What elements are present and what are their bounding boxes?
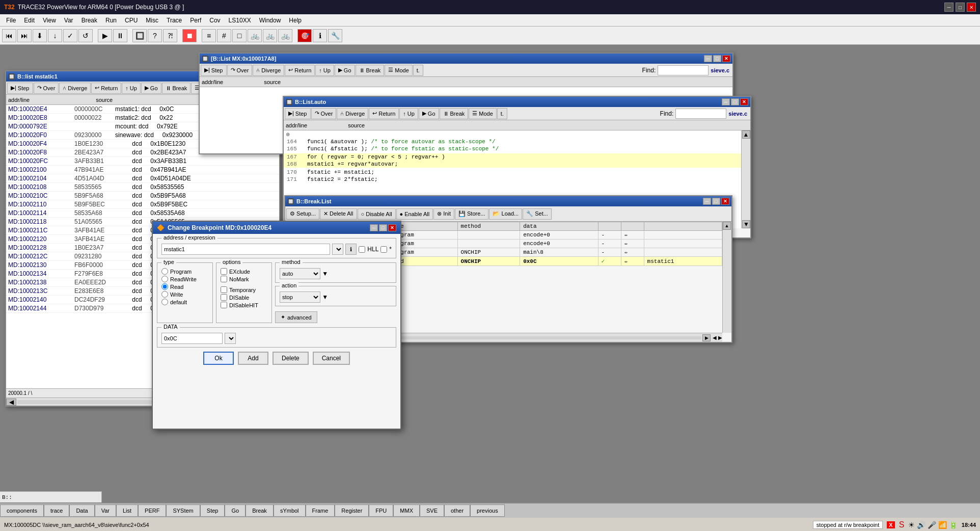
menu-edit[interactable]: Edit	[20, 16, 39, 25]
tab-go[interactable]: Go	[225, 505, 246, 517]
win-breaklist-maximize[interactable]: □	[712, 198, 720, 205]
bl-setup-btn[interactable]: ⚙ Setup...	[286, 208, 319, 220]
tb-break[interactable]: ⏸	[113, 29, 127, 42]
win-breaklist-minimize[interactable]: ─	[703, 198, 711, 205]
mstatic-break-btn[interactable]: ⏸ Break	[162, 83, 191, 94]
tab-trace[interactable]: trace	[44, 505, 69, 517]
advanced-button[interactable]: ✦ advanced	[275, 311, 317, 323]
menu-cov[interactable]: Cov	[205, 16, 224, 25]
dialog-maximize[interactable]: □	[379, 224, 387, 231]
blistmx-return-btn[interactable]: ↩ Return	[285, 65, 315, 76]
method-select[interactable]: auto ONCHIP software	[280, 268, 320, 279]
tb-info[interactable]: ℹ	[313, 29, 327, 42]
row-edit[interactable]: ✏	[621, 248, 644, 257]
tab-fpu[interactable]: FPU	[369, 505, 393, 517]
address-input[interactable]	[161, 244, 330, 255]
menu-window[interactable]: Window	[255, 16, 285, 25]
tb-target[interactable]: 🎯	[297, 29, 312, 42]
menu-file[interactable]: File	[2, 16, 20, 25]
blistmx-break-btn[interactable]: ⏸ Break	[356, 65, 385, 76]
win-blist-auto-close[interactable]: ✕	[740, 98, 748, 105]
tab-frame[interactable]: Frame	[306, 505, 335, 517]
bl-disable-all-btn[interactable]: ○ Disable All	[358, 208, 396, 220]
tb-list[interactable]: ≡	[202, 29, 216, 42]
opt-nomark[interactable]	[221, 276, 227, 282]
blistmx-up-btn[interactable]: ↑ Up	[315, 65, 334, 76]
mstatic-diverge-btn[interactable]: ⑃ Diverge	[59, 83, 91, 94]
win-blist-mx-close[interactable]: ✕	[722, 55, 730, 62]
close-btn[interactable]: ✕	[967, 3, 976, 12]
blistauto-break-btn[interactable]: ⏸ Break	[440, 108, 469, 119]
type-program-radio[interactable]	[161, 268, 168, 275]
mstatic-return-btn[interactable]: ↩ Return	[91, 83, 121, 94]
delete-button[interactable]: Delete	[273, 352, 309, 365]
tab-data[interactable]: Data	[69, 505, 94, 517]
menu-break[interactable]: Break	[77, 16, 101, 25]
type-default-radio[interactable]	[161, 299, 168, 305]
tab-symbol[interactable]: sYmbol	[274, 505, 306, 517]
vscroll-up[interactable]: ▲	[742, 130, 750, 139]
tab-system[interactable]: SYStem	[166, 505, 200, 517]
win-blist-mx-minimize[interactable]: ─	[704, 55, 712, 62]
tb-settings[interactable]: 🔧	[328, 29, 342, 42]
row-edit[interactable]: ✏	[621, 231, 644, 240]
tb-bike1[interactable]: 🚲	[248, 29, 262, 42]
blistauto-vscroll[interactable]: ▲ ▼	[741, 130, 750, 228]
ok-button[interactable]: Ok	[203, 352, 234, 365]
win-breaklist-close[interactable]: ✕	[721, 198, 729, 205]
row-edit[interactable]: ✏	[621, 257, 644, 266]
bl-set-btn[interactable]: 🔧 Set...	[523, 208, 552, 220]
menu-trace[interactable]: Trace	[162, 16, 186, 25]
menu-run[interactable]: Run	[101, 16, 121, 25]
blistmx-find-input[interactable]	[658, 65, 709, 75]
blistauto-mode-btn[interactable]: ☰ Mode	[469, 108, 497, 119]
type-read-radio[interactable]	[161, 283, 168, 290]
mstatic-step-btn[interactable]: ▶| Step	[7, 83, 33, 94]
blistmx-go-btn[interactable]: ▶ Go	[335, 65, 355, 76]
cancel-button[interactable]: Cancel	[313, 352, 350, 365]
menu-cpu[interactable]: CPU	[121, 16, 142, 25]
mstatic-go-btn[interactable]: ▶ Go	[141, 83, 161, 94]
blistauto-up-btn[interactable]: ↑ Up	[399, 108, 418, 119]
tb-bike2[interactable]: 🚲	[263, 29, 277, 42]
bl-delete-all-btn[interactable]: ✕ Delete All	[320, 208, 357, 220]
blistauto-step-btn[interactable]: ▶| Step	[285, 108, 311, 119]
tb-step-over[interactable]: ↓	[48, 29, 62, 42]
blistmx-mode-btn[interactable]: ☰ Mode	[385, 65, 413, 76]
minimize-btn[interactable]: ─	[944, 3, 954, 12]
info-button[interactable]: ℹ	[345, 244, 357, 255]
opt-temporary[interactable]	[221, 286, 227, 293]
vscroll-up[interactable]: ▲	[723, 222, 731, 230]
win-blist-mx-maximize[interactable]: □	[713, 55, 721, 62]
tb-bike3[interactable]: 🚲	[278, 29, 292, 42]
blistauto-over-btn[interactable]: ↷ Over	[311, 108, 337, 119]
blistmx-diverge-btn[interactable]: ⑃ Diverge	[253, 65, 284, 76]
menu-view[interactable]: View	[39, 16, 60, 25]
command-input[interactable]	[12, 494, 99, 500]
opt-exclude[interactable]	[221, 268, 227, 275]
data-dropdown[interactable]	[225, 333, 236, 344]
tab-previous[interactable]: previous	[470, 505, 505, 517]
tb-stop[interactable]: ⏹	[182, 29, 197, 42]
blistmx-t-btn[interactable]: t.	[413, 65, 423, 76]
tb-step-fwd[interactable]: ⏭	[17, 29, 32, 42]
tab-mmx[interactable]: MMX	[393, 505, 420, 517]
mstatic-over-btn[interactable]: ↷ Over	[34, 83, 59, 94]
hll-checkbox[interactable]	[359, 246, 365, 253]
type-write-radio[interactable]	[161, 291, 168, 298]
opt-disable[interactable]	[221, 294, 227, 301]
opt-disablehit[interactable]	[221, 302, 227, 308]
tab-other[interactable]: other	[444, 505, 470, 517]
menu-perf[interactable]: Perf	[186, 16, 205, 25]
blistauto-find-input[interactable]	[675, 109, 726, 119]
address-dropdown[interactable]	[332, 244, 343, 255]
add-button[interactable]: Add	[238, 352, 268, 365]
blistmx-over-btn[interactable]: ↷ Over	[227, 65, 253, 76]
tb-reset[interactable]: ↺	[78, 29, 93, 42]
bl-enable-all-btn[interactable]: ● Enable All	[396, 208, 433, 220]
tab-sve[interactable]: SVE	[420, 505, 444, 517]
tab-var[interactable]: Var	[95, 505, 116, 517]
star-checkbox[interactable]	[380, 246, 387, 253]
bl-vscroll[interactable]: ▲	[722, 222, 731, 333]
tb-bin[interactable]: □	[232, 29, 247, 42]
